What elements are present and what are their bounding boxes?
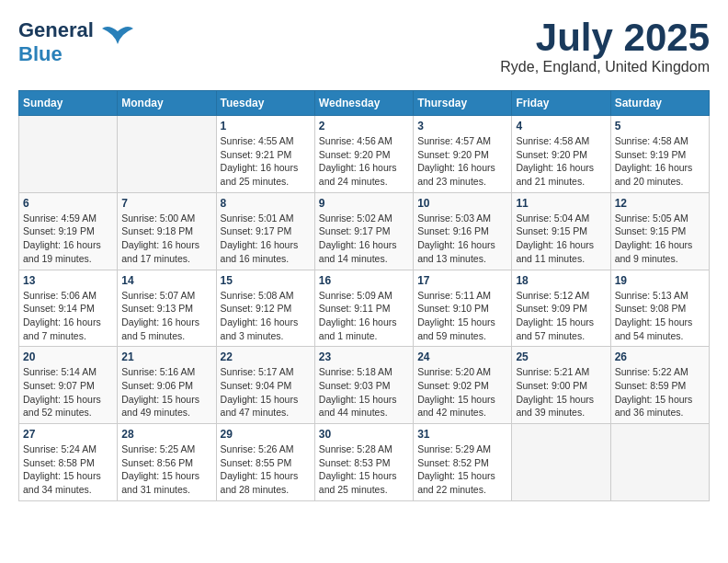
calendar-week-row: 20Sunrise: 5:14 AMSunset: 9:07 PMDayligh… <box>19 347 710 424</box>
calendar-cell: 31Sunrise: 5:29 AMSunset: 8:52 PMDayligh… <box>414 424 512 501</box>
day-info: Sunrise: 5:13 AMSunset: 9:08 PMDaylight:… <box>615 289 705 343</box>
day-number: 28 <box>121 428 211 441</box>
day-info: Sunrise: 5:04 AMSunset: 9:15 PMDaylight:… <box>516 212 606 266</box>
day-info: Sunrise: 5:25 AMSunset: 8:56 PMDaylight:… <box>121 442 211 497</box>
calendar-cell: 17Sunrise: 5:11 AMSunset: 9:10 PMDayligh… <box>414 270 512 347</box>
day-info: Sunrise: 5:00 AMSunset: 9:18 PMDaylight:… <box>121 212 211 266</box>
weekday-header: Tuesday <box>216 91 314 116</box>
day-number: 9 <box>319 197 409 210</box>
day-number: 3 <box>417 120 507 132</box>
location: Ryde, England, United Kingdom <box>500 59 710 75</box>
day-info: Sunrise: 5:07 AMSunset: 9:13 PMDaylight:… <box>121 289 211 343</box>
day-number: 15 <box>221 274 311 287</box>
weekday-header: Sunday <box>19 91 118 116</box>
calendar-cell: 13Sunrise: 5:06 AMSunset: 9:14 PMDayligh… <box>19 270 118 347</box>
day-info: Sunrise: 4:57 AMSunset: 9:20 PMDaylight:… <box>417 134 507 189</box>
weekday-header: Saturday <box>610 91 709 116</box>
day-number: 10 <box>417 197 507 210</box>
day-number: 30 <box>319 428 409 441</box>
calendar-week-row: 1Sunrise: 4:55 AMSunset: 9:21 PMDaylight… <box>19 116 710 193</box>
calendar-cell: 9Sunrise: 5:02 AMSunset: 9:17 PMDaylight… <box>314 192 413 270</box>
page-header: GeneralBlue July 2025 Ryde, England, Uni… <box>18 18 710 75</box>
day-info: Sunrise: 5:11 AMSunset: 9:10 PMDaylight:… <box>417 289 507 343</box>
calendar-cell: 1Sunrise: 4:55 AMSunset: 9:21 PMDaylight… <box>216 116 314 193</box>
calendar-cell: 27Sunrise: 5:24 AMSunset: 8:58 PMDayligh… <box>19 424 118 501</box>
day-info: Sunrise: 5:01 AMSunset: 9:17 PMDaylight:… <box>221 212 311 266</box>
day-number: 24 <box>417 350 507 363</box>
calendar-cell: 6Sunrise: 4:59 AMSunset: 9:19 PMDaylight… <box>19 192 118 270</box>
logo-text: GeneralBlue <box>18 18 94 66</box>
day-number: 4 <box>516 120 606 132</box>
logo: GeneralBlue <box>18 18 134 66</box>
day-info: Sunrise: 5:26 AMSunset: 8:55 PMDaylight:… <box>221 442 311 497</box>
calendar-cell: 16Sunrise: 5:09 AMSunset: 9:11 PMDayligh… <box>314 270 413 347</box>
calendar-week-row: 6Sunrise: 4:59 AMSunset: 9:19 PMDaylight… <box>19 192 710 270</box>
day-info: Sunrise: 5:08 AMSunset: 9:12 PMDaylight:… <box>221 289 311 343</box>
calendar-cell: 20Sunrise: 5:14 AMSunset: 9:07 PMDayligh… <box>19 347 118 424</box>
calendar-cell: 23Sunrise: 5:18 AMSunset: 9:03 PMDayligh… <box>314 347 413 424</box>
day-info: Sunrise: 5:20 AMSunset: 9:02 PMDaylight:… <box>417 365 507 419</box>
day-number: 5 <box>615 120 705 132</box>
day-info: Sunrise: 5:28 AMSunset: 8:53 PMDaylight:… <box>319 442 409 497</box>
day-number: 2 <box>319 120 409 132</box>
calendar-cell: 24Sunrise: 5:20 AMSunset: 9:02 PMDayligh… <box>414 347 512 424</box>
day-info: Sunrise: 5:05 AMSunset: 9:15 PMDaylight:… <box>615 212 705 266</box>
day-number: 25 <box>516 350 606 363</box>
day-number: 1 <box>221 120 311 132</box>
calendar-cell: 11Sunrise: 5:04 AMSunset: 9:15 PMDayligh… <box>512 192 610 270</box>
calendar-week-row: 13Sunrise: 5:06 AMSunset: 9:14 PMDayligh… <box>19 270 710 347</box>
weekday-header-row: SundayMondayTuesdayWednesdayThursdayFrid… <box>19 91 710 116</box>
day-info: Sunrise: 5:22 AMSunset: 8:59 PMDaylight:… <box>615 365 705 419</box>
day-info: Sunrise: 5:18 AMSunset: 9:03 PMDaylight:… <box>319 365 409 419</box>
weekday-header: Thursday <box>414 91 512 116</box>
calendar-cell: 19Sunrise: 5:13 AMSunset: 9:08 PMDayligh… <box>610 270 709 347</box>
day-number: 14 <box>121 274 211 287</box>
day-info: Sunrise: 5:09 AMSunset: 9:11 PMDaylight:… <box>319 289 409 343</box>
day-number: 8 <box>221 197 311 210</box>
calendar-cell: 12Sunrise: 5:05 AMSunset: 9:15 PMDayligh… <box>610 192 709 270</box>
day-number: 13 <box>23 274 113 287</box>
day-number: 20 <box>23 350 113 363</box>
day-number: 7 <box>121 197 211 210</box>
calendar-cell <box>19 116 118 193</box>
weekday-header: Monday <box>118 91 216 116</box>
calendar-cell: 4Sunrise: 4:58 AMSunset: 9:20 PMDaylight… <box>512 116 610 193</box>
day-number: 17 <box>417 274 507 287</box>
weekday-header: Wednesday <box>314 91 413 116</box>
day-number: 11 <box>516 197 606 210</box>
day-info: Sunrise: 5:21 AMSunset: 9:00 PMDaylight:… <box>516 365 606 419</box>
calendar-cell: 21Sunrise: 5:16 AMSunset: 9:06 PMDayligh… <box>118 347 216 424</box>
day-info: Sunrise: 4:55 AMSunset: 9:21 PMDaylight:… <box>221 134 311 189</box>
calendar-cell: 18Sunrise: 5:12 AMSunset: 9:09 PMDayligh… <box>512 270 610 347</box>
calendar-cell: 28Sunrise: 5:25 AMSunset: 8:56 PMDayligh… <box>118 424 216 501</box>
calendar-cell: 10Sunrise: 5:03 AMSunset: 9:16 PMDayligh… <box>414 192 512 270</box>
month-title: July 2025 <box>500 18 710 57</box>
day-number: 19 <box>615 274 705 287</box>
day-number: 18 <box>516 274 606 287</box>
day-info: Sunrise: 5:24 AMSunset: 8:58 PMDaylight:… <box>23 442 113 497</box>
calendar-cell: 2Sunrise: 4:56 AMSunset: 9:20 PMDaylight… <box>314 116 413 193</box>
day-info: Sunrise: 5:03 AMSunset: 9:16 PMDaylight:… <box>417 212 507 266</box>
calendar-table: SundayMondayTuesdayWednesdayThursdayFrid… <box>18 90 710 501</box>
calendar-cell: 8Sunrise: 5:01 AMSunset: 9:17 PMDaylight… <box>216 192 314 270</box>
day-number: 22 <box>221 350 311 363</box>
calendar-cell: 26Sunrise: 5:22 AMSunset: 8:59 PMDayligh… <box>610 347 709 424</box>
calendar-cell <box>118 116 216 193</box>
day-number: 29 <box>221 428 311 441</box>
calendar-cell: 15Sunrise: 5:08 AMSunset: 9:12 PMDayligh… <box>216 270 314 347</box>
calendar-cell: 22Sunrise: 5:17 AMSunset: 9:04 PMDayligh… <box>216 347 314 424</box>
calendar-cell <box>512 424 610 501</box>
calendar-cell: 14Sunrise: 5:07 AMSunset: 9:13 PMDayligh… <box>118 270 216 347</box>
day-info: Sunrise: 5:06 AMSunset: 9:14 PMDaylight:… <box>23 289 113 343</box>
calendar-cell: 7Sunrise: 5:00 AMSunset: 9:18 PMDaylight… <box>118 192 216 270</box>
day-number: 27 <box>23 428 113 441</box>
day-info: Sunrise: 5:14 AMSunset: 9:07 PMDaylight:… <box>23 365 113 419</box>
day-number: 23 <box>319 350 409 363</box>
day-number: 31 <box>417 428 507 441</box>
calendar-cell: 29Sunrise: 5:26 AMSunset: 8:55 PMDayligh… <box>216 424 314 501</box>
day-number: 6 <box>23 197 113 210</box>
day-info: Sunrise: 4:58 AMSunset: 9:20 PMDaylight:… <box>516 134 606 189</box>
calendar-cell: 5Sunrise: 4:58 AMSunset: 9:19 PMDaylight… <box>610 116 709 193</box>
day-info: Sunrise: 4:56 AMSunset: 9:20 PMDaylight:… <box>319 134 409 189</box>
title-block: July 2025 Ryde, England, United Kingdom <box>500 18 710 75</box>
